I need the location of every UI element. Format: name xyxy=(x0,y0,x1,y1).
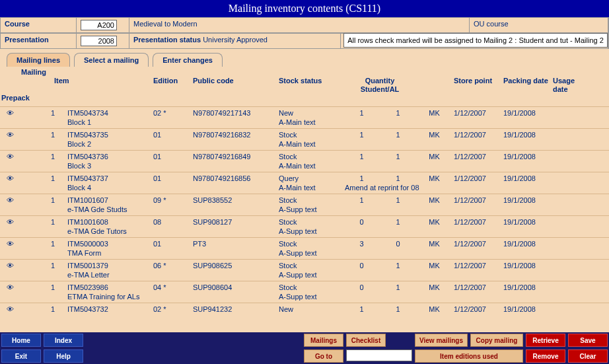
qty-student: 1 xyxy=(343,130,380,139)
item-code: ITM5043734 xyxy=(66,108,152,118)
edition: 01 xyxy=(152,239,192,248)
store-point: MK xyxy=(416,196,452,205)
exit-button[interactable]: Exit xyxy=(1,349,41,363)
store-point: MK xyxy=(416,130,452,139)
store-point: MK xyxy=(416,261,452,270)
eye-icon[interactable]: 👁 xyxy=(0,152,20,161)
save-button[interactable]: Save xyxy=(568,334,608,347)
eye-icon[interactable]: 👁 xyxy=(0,196,20,205)
usage-date: 19/1/2008 xyxy=(502,174,552,183)
edition: 06 * xyxy=(152,261,192,270)
qty-al: 0 xyxy=(380,239,416,248)
usage-date: 19/1/2008 xyxy=(502,305,552,314)
eye-icon[interactable]: 👁 xyxy=(0,283,20,292)
status-value: University Approved xyxy=(203,36,268,44)
table-row: 👁1ITM500000301 PT3Stock30MK1/12/200719/1… xyxy=(0,237,609,259)
row-note: Amend at reprint for 08 xyxy=(343,183,452,192)
eye-icon[interactable]: 👁 xyxy=(0,261,20,270)
packing-date: 1/12/2007 xyxy=(452,239,502,248)
goto-button[interactable]: Go to xyxy=(304,349,343,363)
col-prepack: Prepack xyxy=(0,94,20,102)
item-code: ITM5023986 xyxy=(66,283,152,292)
packing-date: 1/12/2007 xyxy=(452,196,502,205)
item-desc: e-TMA Letter xyxy=(66,270,152,279)
table-row: 👁1ITM100160808 SUP908127Stock01MK1/12/20… xyxy=(0,215,609,237)
qty-al: 1 xyxy=(380,108,416,118)
mailings-button[interactable]: Mailings xyxy=(304,334,343,347)
retrieve-button[interactable]: Retrieve xyxy=(526,334,565,347)
stock-category: A-Main text xyxy=(277,139,343,149)
goto-input[interactable] xyxy=(346,349,412,361)
store-point: MK xyxy=(416,152,452,161)
edition: 02 * xyxy=(152,108,192,118)
qty-student: 1 xyxy=(343,196,380,205)
eye-icon[interactable]: 👁 xyxy=(0,108,20,118)
index-button[interactable]: Index xyxy=(44,334,83,347)
tab-enter-changes[interactable]: Enter changes xyxy=(153,53,223,67)
prepack xyxy=(552,152,588,153)
qty-student: 1 xyxy=(343,174,380,183)
store-point: MK xyxy=(416,217,452,227)
eye-icon[interactable]: 👁 xyxy=(0,174,20,183)
mailing-num: 1 xyxy=(40,152,66,161)
packing-date: 1/12/2007 xyxy=(452,108,502,118)
edition: 02 * xyxy=(152,305,192,314)
tab-select-mailing[interactable]: Select a mailing xyxy=(74,53,149,67)
clear-button[interactable]: Clear xyxy=(568,349,608,363)
edition: 01 xyxy=(152,152,192,161)
stock-status: Stock xyxy=(277,152,343,161)
mailing-num: 1 xyxy=(40,130,66,139)
store-point: MK xyxy=(416,305,452,314)
usage-date: 19/1/2008 xyxy=(502,261,552,270)
public-code: SUP908625 xyxy=(192,261,277,270)
prepack xyxy=(552,130,588,131)
stock-status: Stock xyxy=(277,283,343,292)
edition: 04 * xyxy=(152,283,192,292)
usage-date: 19/1/2008 xyxy=(502,152,552,161)
col-public-code: Public code xyxy=(192,77,277,85)
item-code: ITM1001608 xyxy=(66,217,152,227)
col-mailing: Mailing xyxy=(20,68,66,77)
mailing-num: 1 xyxy=(40,108,66,118)
item-code: ITM5001379 xyxy=(66,261,152,270)
table-row: 👁1ITM504373402 *N9780749217143New11MK1/1… xyxy=(0,106,609,128)
mailing-num: 1 xyxy=(40,239,66,248)
qty-student: 0 xyxy=(343,283,380,292)
prepack xyxy=(552,283,588,284)
table-row: 👁1ITM504373701 N9780749216856Query11MK1/… xyxy=(0,172,609,194)
qty-al: 1 xyxy=(380,130,416,139)
view-mailings-button[interactable]: View mailings xyxy=(415,334,468,347)
help-button[interactable]: Help xyxy=(44,349,83,363)
qty-student: 0 xyxy=(343,261,380,270)
qty-al: 1 xyxy=(380,261,416,270)
presentation-year-input[interactable] xyxy=(81,36,117,46)
qty-student: 1 xyxy=(343,305,380,314)
public-code: N9780749216856 xyxy=(192,174,277,183)
packing-date: 1/12/2007 xyxy=(452,283,502,292)
col-store-point: Store point xyxy=(452,77,502,85)
item-desc: ETMA Training for ALs xyxy=(66,292,152,301)
col-stock-status: Stock status xyxy=(277,77,343,85)
status-label: Presentation status xyxy=(133,36,201,44)
table-row: 👁1ITM504373501 N9780749216832Stock11MK1/… xyxy=(0,128,609,150)
item-editions-button[interactable]: Item editions used xyxy=(415,349,523,363)
eye-icon[interactable]: 👁 xyxy=(0,305,20,314)
eye-icon[interactable]: 👁 xyxy=(0,239,20,248)
usage-date: 19/1/2008 xyxy=(502,130,552,139)
item-desc xyxy=(66,314,152,315)
stock-status: Stock xyxy=(277,130,343,139)
store-point: MK xyxy=(416,108,452,118)
item-desc: Block 1 xyxy=(66,118,152,127)
home-button[interactable]: Home xyxy=(1,334,41,347)
copy-mailing-button[interactable]: Copy mailing xyxy=(470,334,523,347)
eye-icon[interactable]: 👁 xyxy=(0,217,20,227)
course-code-input[interactable] xyxy=(81,20,117,30)
public-code: N9780749217143 xyxy=(192,108,277,118)
checklist-button[interactable]: Checklist xyxy=(346,334,386,347)
remove-button[interactable]: Remove xyxy=(526,349,565,363)
eye-icon[interactable]: 👁 xyxy=(0,130,20,139)
tab-mailing-lines[interactable]: Mailing lines xyxy=(7,53,70,67)
stock-category: A-Supp text xyxy=(277,270,343,279)
course-type: OU course xyxy=(470,18,608,32)
col-packing-date: Packing date xyxy=(502,77,552,85)
